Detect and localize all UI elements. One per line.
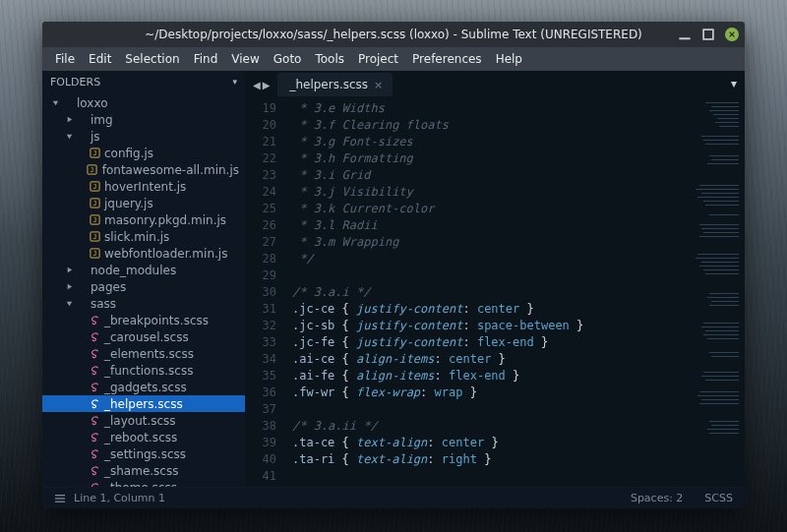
editor-area: ◀ ▶ _helpers.scss × ▾ 192021222324252627… [245, 71, 745, 487]
menu-preferences[interactable]: Preferences [405, 47, 489, 71]
tree-item-label: _gadgets.scss [104, 381, 187, 394]
code-line[interactable]: * 3.i Grid [292, 167, 686, 184]
folder-loxxo[interactable]: loxxo [42, 94, 245, 111]
code-content[interactable]: * 3.e Widths * 3.f Clearing floats * 3.g… [286, 96, 686, 487]
file-slick-min-js[interactable]: Jslick.min.js [42, 228, 245, 245]
tab-helpers[interactable]: _helpers.scss × [277, 73, 393, 96]
folder-img[interactable]: img [42, 111, 245, 128]
code-line[interactable]: /* 3.a.ii */ [292, 418, 686, 435]
file--shame-scss[interactable]: _shame.scss [42, 462, 245, 479]
menu-edit[interactable]: Edit [82, 47, 118, 71]
editor-body[interactable]: 1920212223242526272829303132333435363738… [245, 96, 745, 487]
code-line[interactable]: * 3.e Widths [292, 100, 686, 117]
minimap[interactable] [686, 96, 745, 487]
code-line[interactable]: * 3.h Formatting [292, 150, 686, 167]
file--gadgets-scss[interactable]: _gadgets.scss [42, 379, 245, 395]
file--theme-scss[interactable]: _theme.scss [42, 479, 245, 487]
disclosure-arrow-icon[interactable] [64, 132, 74, 141]
file--helpers-scss[interactable]: _helpers.scss [42, 395, 245, 412]
file--layout-scss[interactable]: _layout.scss [42, 412, 245, 429]
disclosure-arrow-icon[interactable] [64, 115, 74, 124]
disclosure-arrow-icon[interactable] [64, 266, 74, 274]
tab-overflow-icon[interactable]: ▾ [731, 77, 737, 90]
window-titlebar[interactable]: ~/Desktop/projects/loxxo/sass/_helpers.s… [42, 22, 745, 47]
sass-file-icon [88, 348, 101, 359]
file--carousel-scss[interactable]: _carousel.scss [42, 328, 245, 345]
code-line[interactable]: */ [292, 251, 686, 267]
code-line[interactable]: .fw-wr { flex-wrap: wrap } [292, 384, 686, 401]
menu-project[interactable]: Project [351, 47, 405, 71]
code-line[interactable]: * 3.j Visibility [292, 184, 686, 201]
file--elements-scss[interactable]: _elements.scss [42, 345, 245, 362]
disclosure-arrow-icon[interactable] [64, 282, 74, 291]
menu-help[interactable]: Help [489, 47, 529, 71]
folder-sass[interactable]: sass [42, 295, 245, 312]
code-line[interactable]: * 3.g Font-sizes [292, 134, 686, 150]
disclosure-arrow-icon[interactable] [64, 299, 74, 308]
tree-item-label: fontawesome-all.min.js [102, 163, 239, 177]
menu-view[interactable]: View [224, 47, 266, 71]
line-number: 36 [245, 384, 286, 401]
code-line[interactable] [292, 267, 686, 284]
disclosure-arrow-icon[interactable] [50, 98, 60, 107]
window-title: ~/Desktop/projects/loxxo/sass/_helpers.s… [145, 28, 642, 41]
tree-item-label: hoverIntent.js [104, 180, 186, 194]
line-number: 24 [245, 184, 286, 201]
menu-find[interactable]: Find [187, 47, 225, 71]
folder-node-modules[interactable]: node_modules [42, 262, 245, 278]
code-line[interactable]: .jc-fe { justify-content: flex-end } [292, 334, 686, 351]
tab-close-icon[interactable]: × [374, 79, 383, 91]
code-line[interactable] [292, 468, 686, 485]
line-number: 35 [245, 368, 286, 384]
file--breakpoints-scss[interactable]: _breakpoints.scss [42, 312, 245, 328]
code-line[interactable]: * 3.m Wrapping [292, 234, 686, 251]
code-line[interactable]: .jc-sb { justify-content: space-between … [292, 318, 686, 334]
tree-item-label: _breakpoints.scss [104, 314, 209, 327]
svg-marker-4 [52, 101, 57, 106]
close-icon[interactable] [725, 28, 739, 41]
file--settings-scss[interactable]: _settings.scss [42, 445, 245, 462]
menu-goto[interactable]: Goto [267, 47, 309, 71]
tab-next-icon[interactable]: ▶ [263, 80, 271, 90]
minimize-icon[interactable] [678, 28, 692, 41]
code-line[interactable] [292, 401, 686, 418]
file-config-js[interactable]: Jconfig.js [42, 145, 245, 161]
code-line[interactable]: .jc-ce { justify-content: center } [292, 301, 686, 318]
code-line[interactable]: /* 3.a.i */ [292, 284, 686, 301]
menu-file[interactable]: File [48, 47, 82, 71]
file-fontawesome-all-min-js[interactable]: Jfontawesome-all.min.js [42, 161, 245, 178]
code-line[interactable]: .ta-ri { text-align: right } [292, 451, 686, 468]
code-line[interactable]: * 3.k Current-color [292, 201, 686, 217]
code-line[interactable]: .ta-ce { text-align: center } [292, 435, 686, 451]
code-line[interactable]: .ai-ce { align-items: center } [292, 351, 686, 368]
file--reboot-scss[interactable]: _reboot.scss [42, 429, 245, 445]
status-syntax[interactable]: SCSS [704, 492, 733, 504]
tree-item-label: img [91, 113, 113, 127]
tree-item-label: webfontloader.min.js [104, 247, 227, 261]
tab-prev-icon[interactable]: ◀ [253, 80, 261, 90]
menu-tools[interactable]: Tools [308, 47, 351, 71]
tab-bar[interactable]: ◀ ▶ _helpers.scss × ▾ [245, 71, 745, 96]
file-jquery-js[interactable]: Jjquery.js [42, 195, 245, 211]
folder-js[interactable]: js [42, 128, 245, 145]
status-position[interactable]: Line 1, Column 1 [74, 492, 165, 504]
code-line[interactable]: * 3.f Clearing floats [292, 117, 686, 134]
sidebar-menu-icon[interactable]: ▾ [232, 77, 237, 87]
folder-tree[interactable]: loxxoimgjsJconfig.jsJfontawesome-all.min… [42, 92, 245, 487]
sass-file-icon [88, 382, 101, 392]
tree-item-label: _settings.scss [104, 447, 186, 461]
maximize-icon[interactable] [701, 28, 715, 41]
svg-text:J: J [92, 216, 96, 224]
code-line[interactable]: .ai-fe { align-items: flex-end } [292, 368, 686, 384]
menu-selection[interactable]: Selection [118, 47, 186, 71]
line-number: 38 [245, 418, 286, 435]
status-menu-icon[interactable] [54, 493, 66, 504]
file-hoverintent-js[interactable]: JhoverIntent.js [42, 178, 245, 195]
status-spaces[interactable]: Spaces: 2 [631, 492, 683, 504]
svg-text:J: J [92, 250, 96, 258]
file-webfontloader-min-js[interactable]: Jwebfontloader.min.js [42, 245, 245, 262]
code-line[interactable]: * 3.l Radii [292, 217, 686, 234]
folder-pages[interactable]: pages [42, 278, 245, 295]
file-masonry-pkgd-min-js[interactable]: Jmasonry.pkgd.min.js [42, 211, 245, 228]
file--functions-scss[interactable]: _functions.scss [42, 362, 245, 379]
